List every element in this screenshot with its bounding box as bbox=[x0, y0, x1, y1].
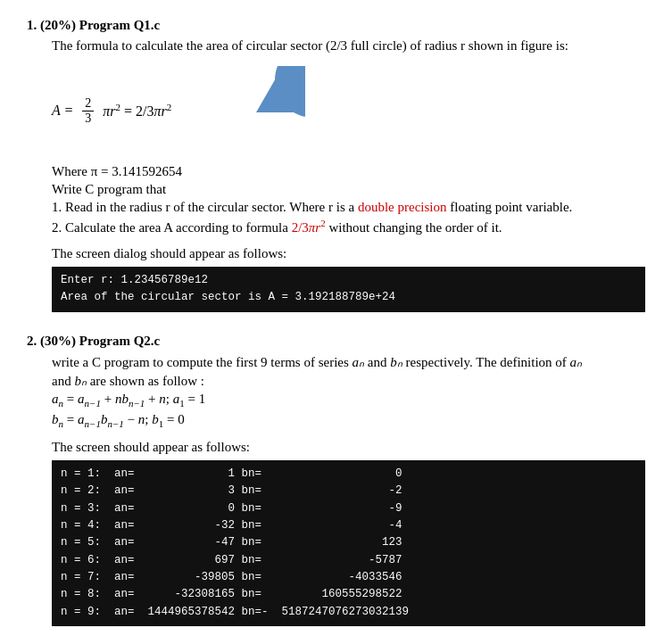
question-1: 1. (20%) Program Q1.c The formula to cal… bbox=[27, 18, 645, 312]
q1-step1-red: double precision bbox=[358, 200, 447, 214]
q1-step2-red: 2/3πr2 bbox=[292, 220, 329, 235]
q1-screen-label: The screen dialog should appear as follo… bbox=[52, 246, 645, 261]
q1-fraction: 2 3 bbox=[82, 96, 94, 126]
q1-fraction-den: 3 bbox=[82, 112, 94, 126]
q1-step1-rest: floating point variable. bbox=[450, 200, 572, 214]
q2-formula-an: an = an−1 + nbn−1 + n; a1 = 1 bbox=[52, 392, 645, 409]
q1-screen-output: Enter r: 1.23456789e12 Area of the circu… bbox=[52, 267, 645, 312]
pie-chart bbox=[207, 66, 305, 155]
q1-formula-math: A = 2 3 πr2 = 2/3πr2 bbox=[52, 96, 171, 126]
q2-desc: write a C program to compute the first 9… bbox=[52, 354, 645, 370]
question-2: 2. (30%) Program Q2.c write a C program … bbox=[27, 334, 645, 626]
q1-screen-line1: Enter r: 1.23456789e12 Area of the circu… bbox=[61, 274, 395, 303]
sector-svg bbox=[207, 66, 305, 155]
q2-screen-label: The screen should appear as follows: bbox=[52, 440, 645, 455]
sector-path bbox=[256, 66, 305, 118]
q1-where: Where π = 3.141592654 bbox=[52, 164, 645, 179]
q2-screen-section: The screen should appear as follows: n =… bbox=[52, 440, 645, 626]
q1-formula-right: πr2 = 2/3πr2 bbox=[103, 102, 171, 120]
q2-screen-output: n = 1: an= 1 bn= 0 n = 2: an= 3 bn= -2 n… bbox=[52, 460, 645, 626]
q1-step2-rest: without changing the order of it. bbox=[328, 220, 502, 235]
q1-step1: 1. Read in the radius r of the circular … bbox=[52, 200, 645, 215]
q2-title: 2. (30%) Program Q2.c bbox=[27, 334, 645, 349]
q1-formula-row: A = 2 3 πr2 = 2/3πr2 bbox=[52, 66, 645, 155]
q1-step2: 2. Calculate the area A according to for… bbox=[52, 218, 645, 235]
q2-formula-bn: bn = an−1bn−1 − n; b1 = 0 bbox=[52, 412, 645, 429]
q1-desc: The formula to calculate the area of cir… bbox=[52, 38, 645, 54]
q2-desc-cont: and bₙ are shown as follow : bbox=[52, 373, 645, 389]
q1-title: 1. (20%) Program Q1.c bbox=[27, 18, 645, 33]
q1-write: Write C program that bbox=[52, 182, 645, 197]
q1-body: The formula to calculate the area of cir… bbox=[52, 38, 645, 312]
q1-screen-section: The screen dialog should appear as follo… bbox=[52, 246, 645, 312]
q1-formula-a: A = bbox=[52, 103, 73, 119]
q1-fraction-num: 2 bbox=[82, 96, 94, 112]
q2-body: write a C program to compute the first 9… bbox=[52, 354, 645, 626]
